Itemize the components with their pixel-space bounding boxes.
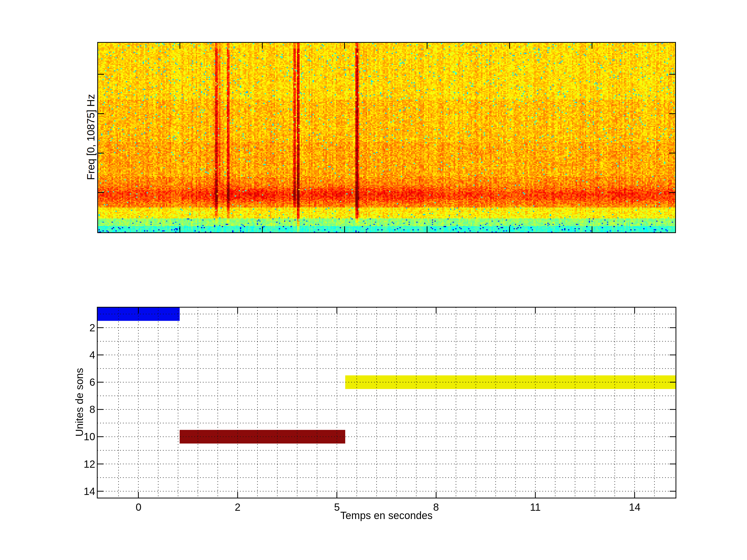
y-tick-label-10: 10 — [56, 430, 95, 443]
y-tick-label-12: 12 — [56, 458, 95, 470]
gantt-plot-area — [97, 307, 676, 498]
gantt-axes-border — [97, 307, 676, 498]
x-tick-label-0: 0 — [123, 501, 154, 513]
x-tick-label-2: 2 — [222, 501, 253, 513]
gantt-bar-unit-10 — [180, 430, 345, 444]
figure: Freq [0, 10875] Hz Unites de sons Temps … — [0, 0, 747, 560]
gantt-bar-unit-1 — [97, 307, 180, 321]
x-tick-label-5: 5 — [321, 501, 353, 513]
y-tick-label-6: 6 — [56, 376, 95, 389]
gantt-bar-unit-6 — [345, 375, 676, 389]
y-tick-label-14: 14 — [56, 485, 95, 498]
y-tick-label-4: 4 — [56, 349, 95, 361]
y-tick-label-8: 8 — [56, 403, 95, 416]
spectrogram-canvas — [97, 42, 676, 233]
x-tick-label-11: 11 — [520, 501, 551, 513]
spectrogram-ylabel: Freq [0, 10875] Hz — [85, 72, 97, 202]
y-tick-label-2: 2 — [56, 321, 95, 334]
x-tick-label-8: 8 — [420, 501, 452, 513]
x-tick-label-14: 14 — [619, 501, 650, 513]
